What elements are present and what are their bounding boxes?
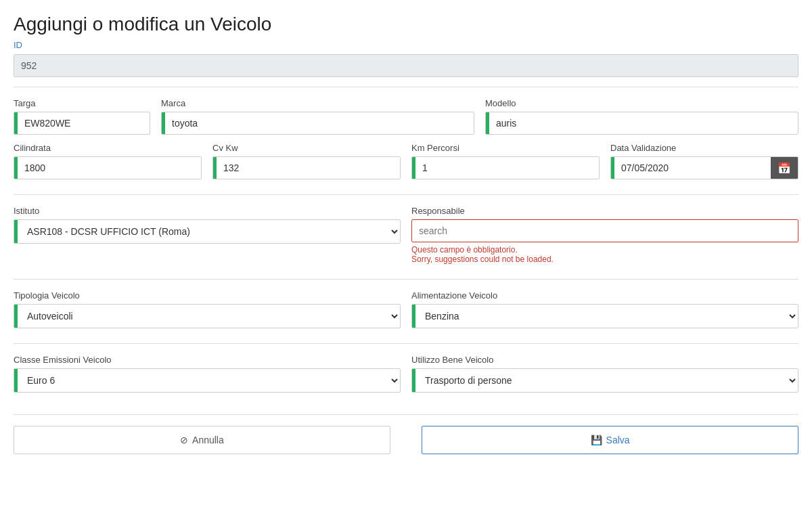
modello-label: Modello <box>485 98 798 108</box>
row-tipologia-alimentazione: Tipologia Veicolo Autoveicoli Alimentazi… <box>14 290 798 328</box>
section-classe-utilizzo: Classe Emissioni Veicolo Euro 6 Utilizzo… <box>14 343 798 408</box>
field-utilizzo-bene: Utilizzo Bene Veicolo Trasporto di perso… <box>411 355 798 393</box>
data-validazione-input[interactable] <box>614 157 771 179</box>
targa-label: Targa <box>14 98 150 108</box>
annulla-label: Annulla <box>192 435 224 445</box>
error-suggestions-text: Sorry, suggestions could not be loaded. <box>411 255 798 264</box>
data-validazione-input-wrapper: 📅 <box>610 156 798 179</box>
field-cilindrata: Cilindrata <box>14 143 202 179</box>
field-istituto: Istituto ASR108 - DCSR UFFICIO ICT (Roma… <box>14 206 401 264</box>
modello-input[interactable] <box>489 112 798 134</box>
marca-input[interactable] <box>165 112 474 134</box>
salva-button[interactable]: 💾 Salva <box>422 426 798 454</box>
field-km: Km Percorsi <box>411 143 600 179</box>
km-input-wrapper <box>411 156 600 179</box>
salva-label: Salva <box>606 435 630 445</box>
alimentazione-select[interactable]: Benzina <box>415 305 798 328</box>
classe-emissioni-select[interactable]: Euro 6 <box>18 369 400 392</box>
page-title: Aggiungi o modifica un Veicolo <box>14 14 798 35</box>
field-cvkw: Cv Kw <box>212 143 401 179</box>
field-responsabile: Responsabile Questo campo è obbligatorio… <box>411 206 798 264</box>
field-marca: Marca <box>161 98 474 135</box>
targa-input[interactable] <box>18 112 150 134</box>
cilindrata-label: Cilindrata <box>14 143 202 153</box>
cilindrata-input-wrapper <box>14 156 202 179</box>
marca-input-wrapper <box>161 112 474 135</box>
istituto-label: Istituto <box>14 206 401 216</box>
km-input[interactable] <box>415 157 599 179</box>
row-classe-utilizzo: Classe Emissioni Veicolo Euro 6 Utilizzo… <box>14 355 798 393</box>
responsabile-label: Responsabile <box>411 206 798 216</box>
modello-input-wrapper <box>485 112 798 135</box>
id-input <box>14 55 798 76</box>
targa-input-wrapper <box>14 112 150 135</box>
section-basic: Targa Marca Modello <box>14 87 798 194</box>
utilizzo-bene-select[interactable]: Trasporto di persone <box>415 369 798 392</box>
cvkw-input-wrapper <box>212 156 401 179</box>
field-tipologia: Tipologia Veicolo Autoveicoli <box>14 290 401 328</box>
field-targa: Targa <box>14 98 150 135</box>
marca-label: Marca <box>161 98 474 108</box>
cilindrata-input[interactable] <box>18 157 201 179</box>
classe-emissioni-select-wrapper: Euro 6 <box>14 368 401 393</box>
field-data-validazione: Data Validazione 📅 <box>610 143 798 179</box>
cvkw-input[interactable] <box>217 157 400 179</box>
responsabile-input-wrapper <box>411 219 798 242</box>
utilizzo-bene-label: Utilizzo Bene Veicolo <box>411 355 798 365</box>
alimentazione-label: Alimentazione Veicolo <box>411 290 798 301</box>
calendar-icon: 📅 <box>777 162 791 175</box>
section-tipologia-alimentazione: Tipologia Veicolo Autoveicoli Alimentazi… <box>14 279 798 343</box>
istituto-select-wrapper: ASR108 - DCSR UFFICIO ICT (Roma) <box>14 219 401 244</box>
error-required-text: Questo campo è obbligatorio. <box>411 245 798 255</box>
field-alimentazione: Alimentazione Veicolo Benzina <box>411 290 798 328</box>
responsabile-search-input[interactable] <box>412 220 798 242</box>
section-istituto-responsabile: Istituto ASR108 - DCSR UFFICIO ICT (Roma… <box>14 194 798 279</box>
page-container: Aggiungi o modifica un Veicolo ID Targa … <box>0 0 812 528</box>
responsabile-errors: Questo campo è obbligatorio. Sorry, sugg… <box>411 245 798 264</box>
cvkw-label: Cv Kw <box>212 143 401 153</box>
tipologia-select[interactable]: Autoveicoli <box>18 305 400 328</box>
row-istituto-responsabile: Istituto ASR108 - DCSR UFFICIO ICT (Roma… <box>14 206 798 264</box>
km-label: Km Percorsi <box>411 143 600 153</box>
calendar-button[interactable]: 📅 <box>771 157 798 179</box>
utilizzo-bene-select-wrapper: Trasporto di persone <box>411 368 798 393</box>
istituto-select[interactable]: ASR108 - DCSR UFFICIO ICT (Roma) <box>18 220 400 243</box>
classe-emissioni-label: Classe Emissioni Veicolo <box>14 355 401 365</box>
field-classe-emissioni: Classe Emissioni Veicolo Euro 6 <box>14 355 401 393</box>
annulla-button[interactable]: ⊘ Annulla <box>14 426 390 454</box>
salva-icon: 💾 <box>591 435 602 445</box>
field-modello: Modello <box>485 98 798 135</box>
data-validazione-label: Data Validazione <box>610 143 798 153</box>
row-cilindrata-cvkw-km-data: Cilindrata Cv Kw Km Percorsi <box>14 143 798 179</box>
alimentazione-select-wrapper: Benzina <box>411 304 798 328</box>
footer-buttons: ⊘ Annulla 💾 Salva <box>14 414 798 454</box>
tipologia-label: Tipologia Veicolo <box>14 290 401 301</box>
annulla-icon: ⊘ <box>180 435 188 445</box>
id-field-wrapper <box>14 54 798 77</box>
id-link[interactable]: ID <box>14 40 22 50</box>
row-targa-marca-modello: Targa Marca Modello <box>14 98 798 135</box>
tipologia-select-wrapper: Autoveicoli <box>14 304 401 328</box>
